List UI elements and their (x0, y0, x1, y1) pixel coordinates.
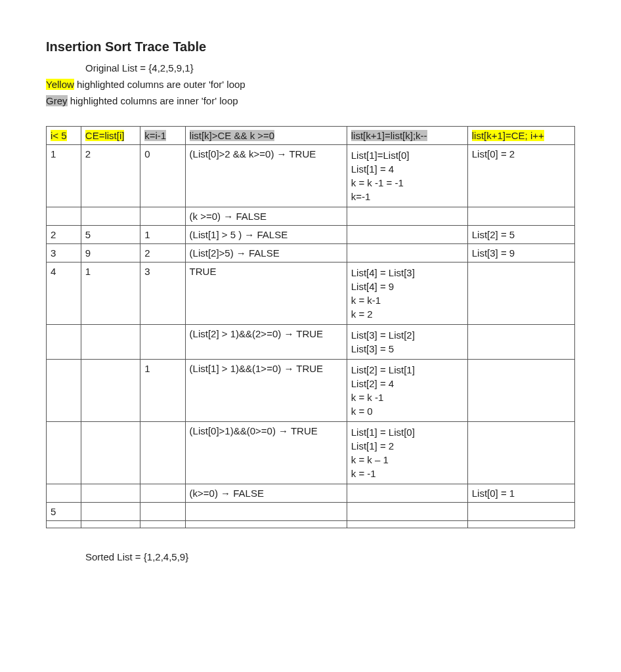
legend-yellow: Yellow highlighted columns are outer 'fo… (46, 79, 575, 90)
cell-out (467, 325, 574, 360)
act-line: List[4] = 9 (351, 280, 463, 293)
cell-ce (81, 325, 140, 360)
cell-i (47, 422, 81, 484)
trace-table: i< 5 CE=list[i] k=i-1 list[k]>CE && k >=… (46, 126, 575, 528)
cell-act (347, 521, 467, 528)
table-row: 251(List[1] > 5 ) → FALSEList[2] = 5 (47, 226, 575, 244)
cell-k: 1 (140, 360, 185, 422)
cell-k: 0 (140, 145, 185, 207)
cell-act: List[1] = List[0]List[1] = 2k = k – 1k =… (347, 422, 467, 484)
cell-cond: (List[1] > 5 ) → FALSE (185, 226, 347, 244)
cell-out (467, 521, 574, 528)
act-line: List[2] = List[1] (351, 363, 463, 377)
cell-i: 4 (47, 262, 81, 325)
table-row: 120(List[0]>2 && k>=0) → TRUEList[1]=Lis… (47, 145, 575, 207)
cell-out (467, 360, 574, 422)
cell-ce (81, 484, 140, 503)
legend-grey: Grey highlighted columns are inner 'for'… (46, 95, 575, 106)
cell-ce: 5 (81, 226, 140, 244)
legend-grey-word: Grey (46, 95, 68, 106)
cell-out (467, 422, 574, 484)
cell-i: 5 (47, 503, 81, 521)
legend-yellow-text: highlighted columns are outer 'for' loop (74, 79, 246, 90)
cell-cond: (List[1] > 1)&&(1>=0) → TRUE (185, 360, 347, 422)
cell-i (47, 360, 81, 422)
cell-k (140, 484, 185, 503)
legend-yellow-word: Yellow (46, 79, 74, 90)
act-line: List[1] = 2 (351, 439, 463, 453)
cell-k (140, 325, 185, 360)
cell-act: List[1]=List[0]List[1] = 4k = k -1 = -1k… (347, 145, 467, 207)
cell-out (467, 207, 574, 226)
act-line: List[1] = List[0] (351, 425, 463, 439)
cell-act (347, 503, 467, 521)
cell-act (347, 207, 467, 226)
act-line: k = k-1 (351, 293, 463, 307)
cell-cond: (k>=0) → FALSE (185, 484, 347, 503)
cell-ce (81, 503, 140, 521)
cell-cond (185, 521, 347, 528)
cell-i (47, 521, 81, 528)
header-k: k=i-1 (144, 130, 166, 141)
cell-out (467, 262, 574, 325)
cell-cond: (List[2]>5) → FALSE (185, 244, 347, 262)
header-cond: list[k]>CE && k >=0 (190, 130, 275, 141)
sorted-list-line: Sorted List = {1,2,4,5,9} (85, 551, 575, 562)
table-row: (List[0]>1)&&(0>=0) → TRUEList[1] = List… (47, 422, 575, 484)
table-header-row: i< 5 CE=list[i] k=i-1 list[k]>CE && k >=… (47, 127, 575, 145)
table-row (47, 521, 575, 528)
act-line: k=-1 (351, 190, 463, 203)
cell-out (467, 503, 574, 521)
cell-i (47, 484, 81, 503)
table-row: (k>=0) → FALSEList[0] = 1 (47, 484, 575, 503)
cell-out: List[0] = 1 (467, 484, 574, 503)
act-line: k = -1 (351, 467, 463, 480)
cell-k: 1 (140, 226, 185, 244)
cell-cond: TRUE (185, 262, 347, 325)
table-row: 5 (47, 503, 575, 521)
cell-k (140, 207, 185, 226)
cell-ce (81, 521, 140, 528)
table-row: (k >=0) → FALSE (47, 207, 575, 226)
cell-k (140, 503, 185, 521)
cell-out: List[3] = 9 (467, 244, 574, 262)
cell-k (140, 422, 185, 484)
act-line: List[3] = List[2] (351, 328, 463, 342)
cell-cond (185, 503, 347, 521)
cell-ce (81, 360, 140, 422)
table-row: (List[2] > 1)&&(2>=0) → TRUEList[3] = Li… (47, 325, 575, 360)
cell-ce (81, 422, 140, 484)
cell-ce: 2 (81, 145, 140, 207)
header-ce: CE=list[i] (85, 130, 125, 141)
cell-k: 2 (140, 244, 185, 262)
act-line: k = 2 (351, 307, 463, 321)
cell-act (347, 484, 467, 503)
cell-act: List[2] = List[1]List[2] = 4k = k -1k = … (347, 360, 467, 422)
header-act: list[k+1]=list[k];k-- (351, 130, 427, 141)
act-line: List[4] = List[3] (351, 266, 463, 280)
header-i: i< 5 (51, 130, 67, 141)
cell-i (47, 325, 81, 360)
table-row: 1(List[1] > 1)&&(1>=0) → TRUEList[2] = L… (47, 360, 575, 422)
table-row: 392(List[2]>5) → FALSEList[3] = 9 (47, 244, 575, 262)
act-line: k = 0 (351, 404, 463, 418)
cell-cond: (List[0]>1)&&(0>=0) → TRUE (185, 422, 347, 484)
cell-ce: 1 (81, 262, 140, 325)
cell-cond: (List[0]>2 && k>=0) → TRUE (185, 145, 347, 207)
cell-out: List[2] = 5 (467, 226, 574, 244)
cell-ce: 9 (81, 244, 140, 262)
act-line: List[2] = 4 (351, 377, 463, 390)
cell-i: 3 (47, 244, 81, 262)
page-title: Insertion Sort Trace Table (46, 39, 575, 54)
original-list-line: Original List = {4,2,5,9,1} (85, 62, 575, 74)
act-line: List[1] = 4 (351, 162, 463, 176)
act-line: k = k -1 = -1 (351, 176, 463, 190)
cell-cond: (List[2] > 1)&&(2>=0) → TRUE (185, 325, 347, 360)
act-line: List[1]=List[0] (351, 148, 463, 162)
act-line: List[3] = 5 (351, 342, 463, 356)
table-row: 413TRUEList[4] = List[3]List[4] = 9k = k… (47, 262, 575, 325)
cell-act: List[3] = List[2]List[3] = 5 (347, 325, 467, 360)
cell-out: List[0] = 2 (467, 145, 574, 207)
cell-ce (81, 207, 140, 226)
cell-i: 2 (47, 226, 81, 244)
